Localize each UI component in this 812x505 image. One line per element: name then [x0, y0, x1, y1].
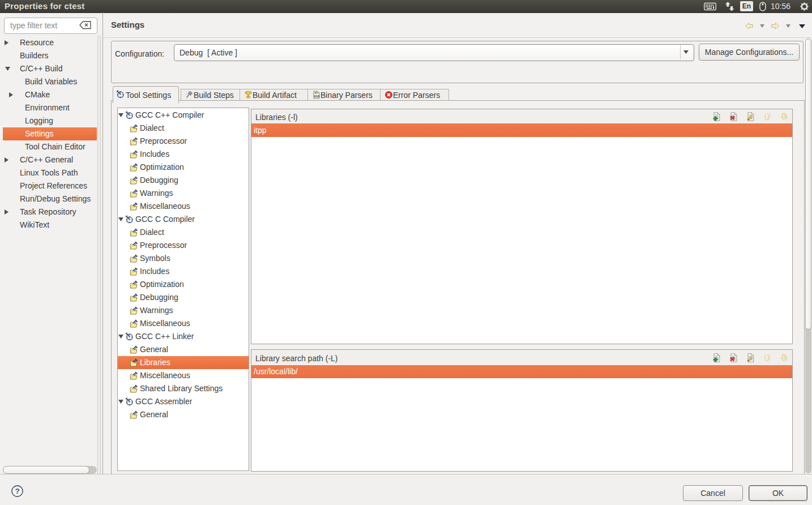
svg-text:?: ?: [15, 487, 19, 495]
